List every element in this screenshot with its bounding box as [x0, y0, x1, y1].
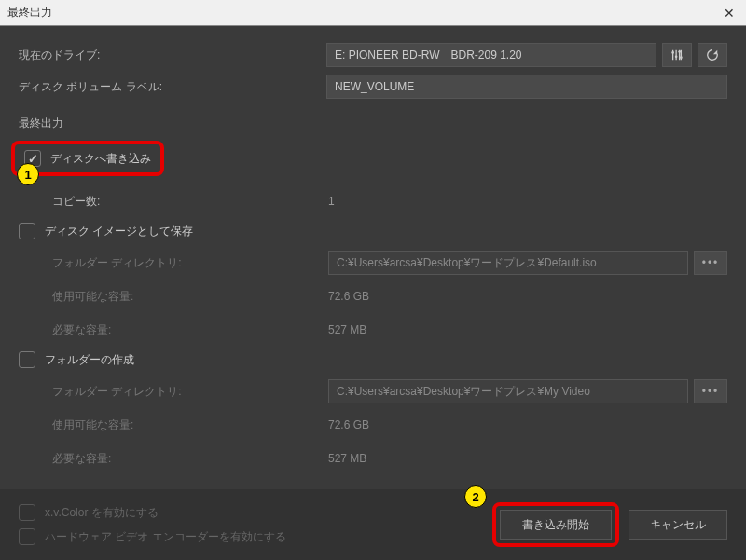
folder-browse-button[interactable]: •••	[694, 379, 727, 403]
settings-icon-button[interactable]	[662, 43, 692, 67]
image-available-label: 使用可能な容量:	[52, 289, 328, 305]
svg-point-1	[675, 55, 678, 58]
copies-label: コピー数:	[52, 194, 328, 210]
image-folder-path: C:¥Users¥arcsa¥Desktop¥ワードプレス¥Default.is…	[328, 251, 688, 275]
burn-disc-label: ディスクへ書き込み	[50, 151, 151, 167]
folder-required-value: 527 MB	[328, 452, 727, 465]
start-button-highlight: 書き込み開始	[492, 502, 619, 547]
create-folder-label: フォルダーの作成	[45, 352, 134, 368]
image-available-value: 72.6 GB	[328, 290, 727, 303]
xvcolor-label: x.v.Color を有効にする	[45, 505, 159, 521]
save-image-label: ディスク イメージとして保存	[45, 224, 193, 239]
section-title: 最終出力	[19, 116, 727, 131]
image-folder-label: フォルダー ディレクトリ:	[52, 255, 328, 271]
volume-label: ディスク ボリューム ラベル:	[19, 79, 326, 95]
image-required-value: 527 MB	[328, 323, 727, 336]
folder-required-label: 必要な容量:	[52, 451, 328, 467]
titlebar: 最終出力 ✕	[0, 0, 746, 26]
window-title: 最終出力	[7, 5, 52, 20]
xvcolor-checkbox[interactable]	[19, 504, 35, 521]
folder-dir-path: C:¥Users¥arcsa¥Desktop¥ワードプレス¥My Video	[328, 379, 688, 403]
refresh-icon-button[interactable]	[698, 43, 727, 67]
image-folder-browse-button[interactable]: •••	[694, 251, 727, 275]
badge-1: 1	[17, 163, 39, 185]
folder-available-value: 72.6 GB	[328, 418, 727, 431]
close-icon[interactable]: ✕	[720, 6, 739, 20]
drive-select[interactable]: E: PIONEER BD-RW BDR-209 1.20	[326, 43, 656, 67]
current-drive-label: 現在のドライブ:	[19, 48, 326, 63]
hwencoder-label: ハードウェア ビデオ エンコーダーを有効にする	[45, 529, 286, 545]
hwencoder-checkbox[interactable]	[19, 528, 35, 545]
footer: x.v.Color を有効にする ハードウェア ビデオ エンコーダーを有効にする…	[0, 489, 746, 560]
svg-point-2	[678, 50, 681, 53]
image-required-label: 必要な容量:	[52, 322, 328, 338]
folder-dir-label: フォルダー ディレクトリ:	[52, 384, 328, 400]
start-burn-button[interactable]: 書き込み開始	[500, 510, 612, 540]
create-folder-checkbox[interactable]	[19, 351, 35, 368]
badge-2: 2	[464, 485, 487, 508]
cancel-button[interactable]: キャンセル	[629, 510, 727, 540]
volume-input[interactable]: NEW_VOLUME	[326, 75, 727, 99]
svg-point-3	[680, 56, 683, 59]
save-image-checkbox[interactable]	[19, 223, 35, 239]
svg-point-0	[671, 51, 674, 54]
copies-value: 1	[328, 195, 727, 208]
folder-available-label: 使用可能な容量:	[52, 417, 328, 433]
